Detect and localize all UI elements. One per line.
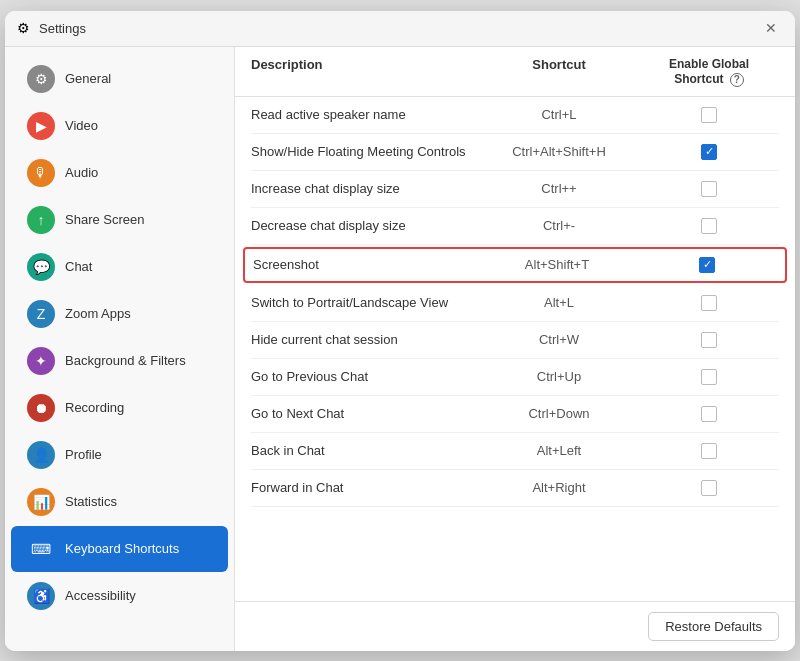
shortcut-table-body: Read active speaker nameCtrl+LShow/Hide … (235, 97, 795, 601)
row-checkbox-cell (639, 406, 779, 422)
enable-global-checkbox[interactable] (701, 295, 717, 311)
row-description: Forward in Chat (251, 480, 479, 495)
row-shortcut-key: Alt+L (479, 295, 639, 310)
row-shortcut-key: Ctrl++ (479, 181, 639, 196)
video-icon: ▶ (27, 112, 55, 140)
row-shortcut-key: Ctrl+Down (479, 406, 639, 421)
statistics-icon: 📊 (27, 488, 55, 516)
row-checkbox-cell (639, 480, 779, 496)
right-panel: Description Shortcut Enable Global Short… (235, 47, 795, 651)
chat-icon: 💬 (27, 253, 55, 281)
main-content: ⚙General▶Video🎙Audio↑Share Screen💬ChatZZ… (5, 47, 795, 651)
row-checkbox-cell (639, 332, 779, 348)
chat-label: Chat (65, 259, 92, 274)
sidebar-item-audio[interactable]: 🎙Audio (11, 150, 228, 196)
row-shortcut-key: Alt+Left (479, 443, 639, 458)
table-row: Back in ChatAlt+Left (251, 433, 779, 470)
table-row: Show/Hide Floating Meeting ControlsCtrl+… (251, 134, 779, 171)
enable-global-checkbox[interactable] (701, 332, 717, 348)
row-description: Switch to Portrait/Landscape View (251, 295, 479, 310)
audio-label: Audio (65, 165, 98, 180)
enable-global-checkbox[interactable] (701, 107, 717, 123)
enable-global-checkbox[interactable] (701, 218, 717, 234)
sidebar-item-chat[interactable]: 💬Chat (11, 244, 228, 290)
sidebar-item-share-screen[interactable]: ↑Share Screen (11, 197, 228, 243)
row-description: Back in Chat (251, 443, 479, 458)
row-checkbox-cell (639, 218, 779, 234)
sidebar-item-recording[interactable]: ⏺Recording (11, 385, 228, 431)
close-button[interactable]: ✕ (759, 18, 783, 38)
restore-defaults-button[interactable]: Restore Defaults (648, 612, 779, 641)
row-shortcut-key: Ctrl+Up (479, 369, 639, 384)
sidebar-item-accessibility[interactable]: ♿Accessibility (11, 573, 228, 619)
row-description: Decrease chat display size (251, 218, 479, 233)
col-enable-header: Enable Global Shortcut ? (639, 57, 779, 88)
table-row: Go to Next ChatCtrl+Down (251, 396, 779, 433)
recording-icon: ⏺ (27, 394, 55, 422)
keyboard-shortcuts-label: Keyboard Shortcuts (65, 541, 179, 556)
share-screen-icon: ↑ (27, 206, 55, 234)
enable-global-checkbox[interactable] (701, 443, 717, 459)
sidebar-item-zoom-apps[interactable]: ZZoom Apps (11, 291, 228, 337)
zoom-apps-icon: Z (27, 300, 55, 328)
video-label: Video (65, 118, 98, 133)
footer: Restore Defaults (235, 601, 795, 651)
row-shortcut-key: Ctrl+W (479, 332, 639, 347)
sidebar-item-background[interactable]: ✦Background & Filters (11, 338, 228, 384)
zoom-apps-label: Zoom Apps (65, 306, 131, 321)
recording-label: Recording (65, 400, 124, 415)
row-shortcut-key: Ctrl+- (479, 218, 639, 233)
table-header: Description Shortcut Enable Global Short… (235, 47, 795, 97)
table-row: Go to Previous ChatCtrl+Up (251, 359, 779, 396)
row-description: Read active speaker name (251, 107, 479, 122)
enable-global-checkbox[interactable] (701, 406, 717, 422)
table-row: Increase chat display sizeCtrl++ (251, 171, 779, 208)
settings-window: ⚙ Settings ✕ ⚙General▶Video🎙Audio↑Share … (5, 11, 795, 651)
row-checkbox-cell (639, 295, 779, 311)
table-row: Hide current chat sessionCtrl+W (251, 322, 779, 359)
row-shortcut-key: Alt+Shift+T (477, 257, 637, 272)
sidebar-item-profile[interactable]: 👤Profile (11, 432, 228, 478)
table-row: Forward in ChatAlt+Right (251, 470, 779, 507)
general-label: General (65, 71, 111, 86)
sidebar-item-statistics[interactable]: 📊Statistics (11, 479, 228, 525)
accessibility-icon: ♿ (27, 582, 55, 610)
row-description: Screenshot (253, 257, 477, 272)
table-row: Decrease chat display sizeCtrl+- (251, 208, 779, 245)
row-shortcut-key: Ctrl+L (479, 107, 639, 122)
row-description: Go to Next Chat (251, 406, 479, 421)
general-icon: ⚙ (27, 65, 55, 93)
row-shortcut-key: Alt+Right (479, 480, 639, 495)
sidebar-item-video[interactable]: ▶Video (11, 103, 228, 149)
background-label: Background & Filters (65, 353, 186, 368)
sidebar-item-general[interactable]: ⚙General (11, 56, 228, 102)
enable-global-checkbox[interactable]: ✓ (699, 257, 715, 273)
row-checkbox-cell: ✓ (637, 257, 777, 273)
row-checkbox-cell (639, 443, 779, 459)
row-checkbox-cell (639, 107, 779, 123)
keyboard-shortcuts-icon: ⌨ (27, 535, 55, 563)
sidebar-item-keyboard-shortcuts[interactable]: ⌨Keyboard Shortcuts (11, 526, 228, 572)
row-description: Hide current chat session (251, 332, 479, 347)
row-checkbox-cell: ✓ (639, 144, 779, 160)
app-icon: ⚙ (17, 20, 33, 36)
enable-global-checkbox[interactable]: ✓ (701, 144, 717, 160)
profile-label: Profile (65, 447, 102, 462)
enable-global-checkbox[interactable] (701, 181, 717, 197)
enable-global-checkbox[interactable] (701, 480, 717, 496)
col-description-header: Description (251, 57, 479, 88)
statistics-label: Statistics (65, 494, 117, 509)
row-description: Go to Previous Chat (251, 369, 479, 384)
share-screen-label: Share Screen (65, 212, 145, 227)
table-row: Switch to Portrait/Landscape ViewAlt+L (251, 285, 779, 322)
accessibility-label: Accessibility (65, 588, 136, 603)
table-row: Read active speaker nameCtrl+L (251, 97, 779, 134)
help-icon[interactable]: ? (730, 73, 744, 87)
row-shortcut-key: Ctrl+Alt+Shift+H (479, 144, 639, 159)
profile-icon: 👤 (27, 441, 55, 469)
col-shortcut-header: Shortcut (479, 57, 639, 88)
row-description: Increase chat display size (251, 181, 479, 196)
window-title: Settings (39, 21, 86, 36)
enable-global-checkbox[interactable] (701, 369, 717, 385)
table-row: ScreenshotAlt+Shift+T✓ (243, 247, 787, 283)
